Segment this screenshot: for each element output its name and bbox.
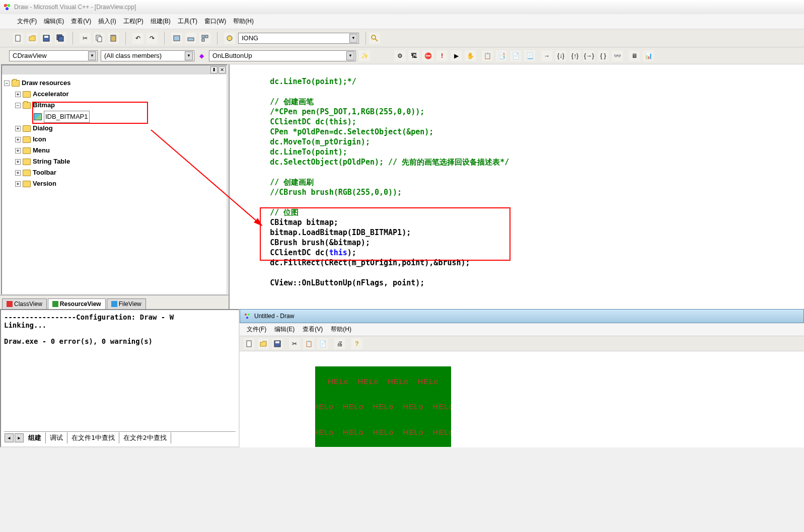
menu-file[interactable]: 文件(F) — [14, 16, 40, 27]
find-combo[interactable]: IONG ▼ — [238, 33, 359, 44]
chevron-down-icon[interactable]: ▼ — [88, 51, 96, 60]
about-button[interactable]: ? — [351, 338, 362, 349]
tree-root[interactable]: Draw resources — [22, 78, 71, 89]
menu-tools[interactable]: 工具(T) — [175, 16, 200, 27]
collapse-icon[interactable]: − — [4, 81, 10, 86]
class-combo[interactable]: CDrawView ▼ — [9, 50, 98, 61]
tb-icon[interactable]: 📑 — [496, 50, 507, 61]
braces-button[interactable]: { } — [598, 50, 609, 61]
copy-button[interactable]: 📋 — [303, 338, 314, 349]
collapse-icon[interactable]: − — [15, 103, 21, 108]
output-pane[interactable]: -----------------Configuration: Draw - W… — [0, 309, 240, 447]
function-combo[interactable]: OnLButtonUp ▼ — [209, 50, 356, 61]
resource-tree[interactable]: ⬍ ✕ −Draw resources +Accelerator −Bitmap… — [1, 64, 228, 295]
chevron-down-icon[interactable]: ▼ — [349, 34, 357, 43]
tree-item[interactable]: Menu — [33, 145, 50, 156]
tree-item[interactable]: Toolbar — [33, 167, 56, 178]
tab-classview[interactable]: ClassView — [2, 298, 47, 309]
execute-button[interactable]: ! — [436, 50, 448, 61]
run-to-cursor-button[interactable]: {→} — [583, 50, 595, 61]
tree-item-idb-bitmap1[interactable]: IDB_BITMAP1 — [44, 111, 90, 123]
tb-icon[interactable]: 📊 — [643, 50, 654, 61]
step-out-button[interactable]: {↑} — [569, 50, 580, 61]
member-combo[interactable]: (All class members) ▼ — [101, 50, 194, 61]
menu-help[interactable]: 帮助(H) — [230, 16, 257, 27]
chevron-down-icon[interactable]: ▼ — [346, 51, 354, 60]
menu-file[interactable]: 文件(F) — [244, 324, 269, 335]
stop-build-button[interactable]: ⛔ — [422, 50, 433, 61]
menu-insert[interactable]: 插入(I) — [95, 16, 119, 27]
menu-help[interactable]: 帮助(H) — [328, 324, 354, 335]
code-editor[interactable]: dc.LineTo(point);*/ // 创建画笔 /*CPen pen(P… — [230, 64, 804, 309]
paste-button[interactable]: 📄 — [317, 338, 328, 349]
save-button[interactable] — [41, 33, 52, 44]
close-icon[interactable]: ✕ — [218, 66, 226, 73]
search-button[interactable] — [369, 33, 380, 44]
step-over-button[interactable]: {↓} — [555, 50, 566, 61]
wand-button[interactable]: ✨ — [359, 50, 370, 61]
pin-icon[interactable]: ⬍ — [210, 66, 217, 73]
tab-debug[interactable]: 调试 — [46, 432, 67, 443]
svg-rect-8 — [112, 35, 115, 36]
copy-button[interactable] — [94, 33, 105, 44]
tb-icon[interactable]: 🖥 — [629, 50, 640, 61]
tb-icon[interactable]: 📄 — [510, 50, 521, 61]
workspace-button[interactable] — [171, 33, 182, 44]
compile-button[interactable]: ⚙ — [394, 50, 405, 61]
breakpoint-button[interactable]: ✋ — [465, 50, 476, 61]
window-title: Draw - Microsoft Visual C++ - [DrawView.… — [14, 4, 136, 11]
open-button[interactable] — [27, 33, 38, 44]
menu-view[interactable]: 查看(V) — [68, 16, 94, 27]
find-in-files-button[interactable] — [224, 33, 235, 44]
tab-find1[interactable]: 在文件1中查找 — [67, 432, 119, 443]
new-button[interactable] — [13, 33, 24, 44]
tree-item[interactable]: String Table — [33, 156, 70, 167]
step-into-button[interactable]: → — [541, 50, 552, 61]
expand-icon[interactable]: + — [15, 148, 21, 154]
build-button[interactable]: 🏗 — [408, 50, 419, 61]
tab-fileview[interactable]: FileView — [107, 298, 146, 309]
menu-project[interactable]: 工程(P) — [120, 16, 147, 27]
redo-button[interactable]: ↷ — [147, 33, 158, 44]
go-button[interactable]: ▶ — [451, 50, 462, 61]
menu-edit[interactable]: 编辑(E) — [271, 324, 298, 335]
expand-icon[interactable]: + — [15, 92, 21, 97]
print-button[interactable]: 🖨 — [334, 338, 345, 349]
expand-icon[interactable]: + — [15, 181, 21, 187]
new-button[interactable] — [244, 338, 255, 349]
expand-icon[interactable]: + — [15, 126, 21, 131]
next-button[interactable]: ▸ — [15, 433, 24, 442]
child-canvas[interactable]: HELoHELoHELoHELo HELoHELoHELoHELoHELo HE… — [240, 351, 804, 447]
prev-button[interactable]: ◂ — [5, 433, 14, 442]
paste-button[interactable] — [108, 33, 119, 44]
cut-button[interactable]: ✂ — [80, 33, 91, 44]
menu-window[interactable]: 窗口(W) — [201, 16, 229, 27]
menu-edit[interactable]: 编辑(E) — [41, 16, 67, 27]
tab-find2[interactable]: 在文件2中查找 — [119, 432, 171, 443]
quickwatch-button[interactable]: 👓 — [612, 50, 623, 61]
window-list-button[interactable] — [199, 33, 210, 44]
tab-resourceview[interactable]: ResourceView — [48, 298, 106, 309]
tree-item[interactable]: Accelerator — [33, 89, 69, 100]
expand-icon[interactable]: + — [15, 170, 21, 176]
undo-button[interactable]: ↶ — [132, 33, 143, 44]
folder-icon — [23, 159, 31, 165]
child-titlebar[interactable]: Untitled - Draw — [240, 309, 804, 323]
tree-item[interactable]: Icon — [33, 134, 46, 145]
menu-view[interactable]: 查看(V) — [300, 324, 326, 335]
tb-icon[interactable]: 📋 — [482, 50, 493, 61]
save-all-button[interactable] — [55, 33, 66, 44]
tree-item[interactable]: Dialog — [33, 123, 53, 134]
tree-item-bitmap[interactable]: Bitmap — [33, 100, 55, 111]
chevron-down-icon[interactable]: ▼ — [185, 51, 193, 60]
menu-build[interactable]: 组建(B) — [148, 16, 174, 27]
expand-icon[interactable]: + — [15, 137, 21, 142]
cut-button[interactable]: ✂ — [289, 338, 300, 349]
tab-build[interactable]: 组建 — [24, 432, 46, 443]
save-button[interactable] — [272, 338, 283, 349]
output-button[interactable] — [185, 33, 196, 44]
tree-item[interactable]: Version — [33, 178, 56, 189]
tb-icon[interactable]: 📃 — [524, 50, 535, 61]
open-button[interactable] — [258, 338, 269, 349]
expand-icon[interactable]: + — [15, 159, 21, 165]
